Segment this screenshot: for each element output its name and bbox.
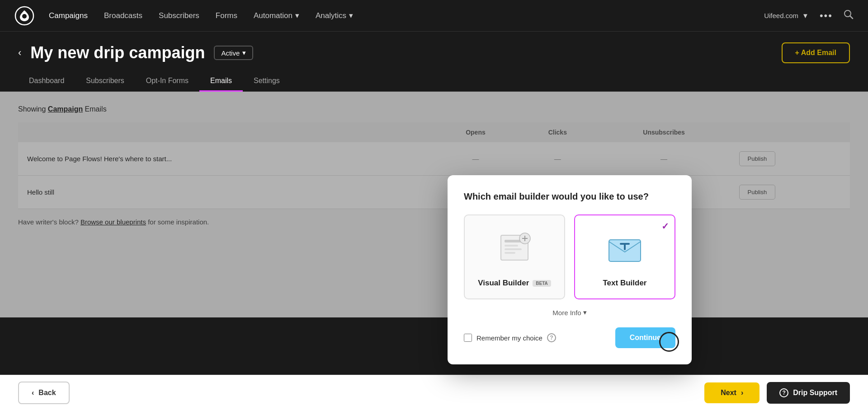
next-arrow-icon: › [741,389,743,397]
search-button[interactable] [844,9,854,22]
campaign-title-row: ‹ My new drip campaign Active ▾ [18,43,253,62]
logo[interactable] [14,6,34,26]
next-button[interactable]: Next › [704,382,760,403]
back-to-campaigns-button[interactable]: ‹ [18,47,21,59]
remember-choice-checkbox[interactable] [464,334,472,342]
selected-checkmark: ✓ [661,221,669,232]
text-builder-icon [602,226,647,271]
chevron-down-icon: ▾ [583,308,587,317]
more-info-button[interactable]: More Info ▾ [464,308,675,317]
svg-point-1 [22,14,27,19]
support-question-icon: ? [779,388,788,397]
account-selector[interactable]: Uifeed.com ▼ [764,12,809,19]
campaign-header: ‹ My new drip campaign Active ▾ + Add Em… [0,32,868,63]
tab-subscribers[interactable]: Subscribers [75,70,135,91]
remember-choice-row: Remember my choice ? [464,333,556,342]
builder-options: Visual Builder BETA ✓ [464,214,675,299]
text-builder-label: Text Builder [603,279,647,288]
chevron-down-icon: ▾ [295,11,299,20]
tab-dashboard[interactable]: Dashboard [18,70,75,91]
svg-line-3 [850,16,853,19]
nav-analytics[interactable]: Analytics ▾ [316,11,353,20]
top-navigation: Campaigns Broadcasts Subscribers Forms A… [0,0,868,32]
nav-links: Campaigns Broadcasts Subscribers Forms A… [49,11,764,20]
visual-builder-card[interactable]: Visual Builder BETA [464,214,565,299]
more-options-button[interactable]: ••• [820,10,833,22]
nav-automation[interactable]: Automation ▾ [254,11,299,20]
nav-subscribers[interactable]: Subscribers [159,11,199,20]
svg-rect-7 [505,248,522,250]
chevron-down-icon: ▾ [349,11,353,20]
status-badge[interactable]: Active ▾ [214,46,253,60]
modal-footer: Remember my choice ? Continue [464,327,675,348]
campaign-title: My new drip campaign [30,43,205,62]
nav-right: Uifeed.com ▼ ••• [764,9,854,22]
tab-emails[interactable]: Emails [199,70,243,91]
bottom-bar: ‹ Back Next › ? Drip Support [0,375,868,410]
nav-broadcasts[interactable]: Broadcasts [104,11,142,20]
back-button[interactable]: ‹ Back [18,382,70,404]
chevron-down-icon: ▾ [242,49,246,57]
visual-builder-icon [492,226,537,271]
svg-rect-6 [505,245,518,247]
modal-overlay [0,92,868,317]
text-builder-card[interactable]: ✓ Text Builder [574,214,675,299]
nav-campaigns[interactable]: Campaigns [49,11,88,20]
chevron-down-icon: ▼ [802,12,809,19]
svg-rect-14 [624,243,626,250]
back-arrow-icon: ‹ [32,389,34,397]
email-builder-modal: Which email builder would you like to us… [448,175,692,364]
modal-title: Which email builder would you like to us… [464,191,675,202]
tab-settings[interactable]: Settings [243,70,291,91]
sub-navigation: Dashboard Subscribers Opt-In Forms Email… [0,70,868,92]
continue-button[interactable]: Continue [615,327,675,348]
visual-builder-label: Visual Builder BETA [478,279,551,288]
drip-support-button[interactable]: ? Drip Support [767,382,850,404]
svg-rect-8 [505,252,515,254]
main-content: Showing Campaign Emails Opens Clicks Uns… [0,92,868,317]
beta-badge: BETA [533,280,551,287]
add-email-button[interactable]: + Add Email [782,42,850,63]
help-icon[interactable]: ? [547,333,556,342]
tab-opt-in-forms[interactable]: Opt-In Forms [135,70,199,91]
nav-forms[interactable]: Forms [216,11,237,20]
